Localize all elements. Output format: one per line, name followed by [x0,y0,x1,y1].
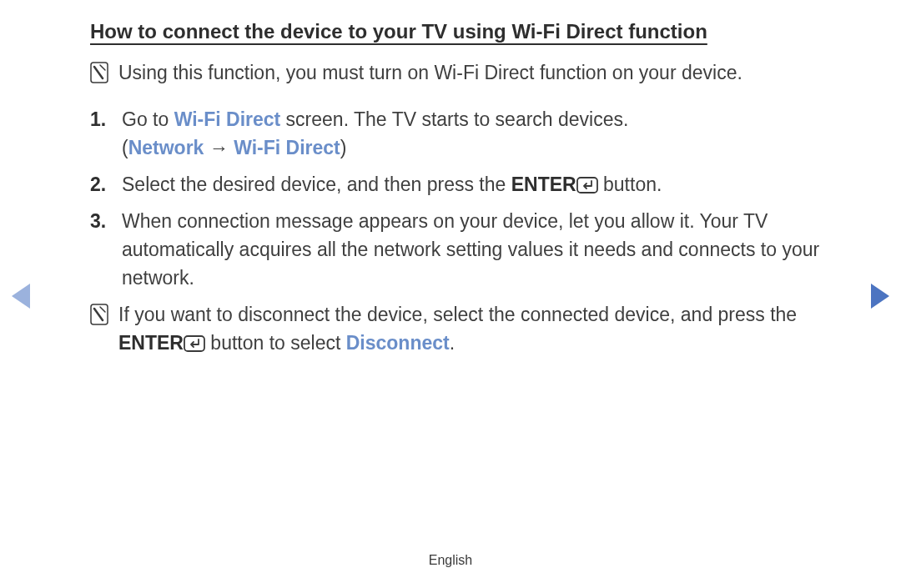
note-icon [90,304,108,325]
svg-line-2 [100,65,105,70]
enter-label: ENTER [511,173,576,195]
page-title: How to connect the device to your TV usi… [90,20,826,43]
text: button. [598,173,662,195]
path-wifi-direct: Wi-Fi Direct [234,137,340,158]
svg-rect-7 [184,336,204,351]
step-body: Go to Wi-Fi Direct screen. The TV starts… [122,105,628,162]
enter-icon [184,331,205,348]
enter-label: ENTER [118,332,184,354]
step-body: Select the desired device, and then pres… [122,170,662,199]
nav-next-arrow[interactable] [871,284,889,309]
enter-icon [576,173,598,189]
paren-close: ) [340,137,347,158]
disconnect-note: If you want to disconnect the device, se… [90,300,826,365]
note-icon [90,62,108,83]
intro-note-text: Using this function, you must turn on Wi… [118,58,742,87]
footer-language: English [0,553,901,568]
paren-open: ( [122,137,128,158]
text: button to select [205,332,346,354]
link-disconnect: Disconnect [346,332,450,354]
step-number: 3. [90,207,113,292]
intro-note: Using this function, you must turn on Wi… [90,58,826,95]
text: Go to [122,108,174,130]
text: Select the desired device, and then pres… [122,173,511,195]
svg-line-5 [94,309,103,320]
breadcrumb-path: (Network → Wi-Fi Direct) [122,133,628,162]
svg-rect-3 [577,178,597,193]
step-2: 2. Select the desired device, and then p… [90,170,826,199]
step-1: 1. Go to Wi-Fi Direct screen. The TV sta… [90,105,826,162]
text: screen. The TV starts to search devices. [280,108,628,130]
step-body: When connection message appears on your … [122,207,826,292]
step-3: 3. When connection message appears on yo… [90,207,826,292]
step-number: 1. [90,105,113,162]
svg-line-1 [94,67,103,78]
disconnect-note-text: If you want to disconnect the device, se… [118,300,826,357]
steps-list: 1. Go to Wi-Fi Direct screen. The TV sta… [90,105,826,292]
text: If you want to disconnect the device, se… [118,304,797,325]
step-number: 2. [90,170,113,199]
path-arrow: → [204,137,234,158]
svg-line-6 [100,307,105,312]
link-wifi-direct: Wi-Fi Direct [174,108,281,130]
text: . [450,332,455,354]
manual-page-content: How to connect the device to your TV usi… [0,0,901,365]
path-network: Network [128,137,204,158]
nav-prev-arrow[interactable] [12,284,30,309]
